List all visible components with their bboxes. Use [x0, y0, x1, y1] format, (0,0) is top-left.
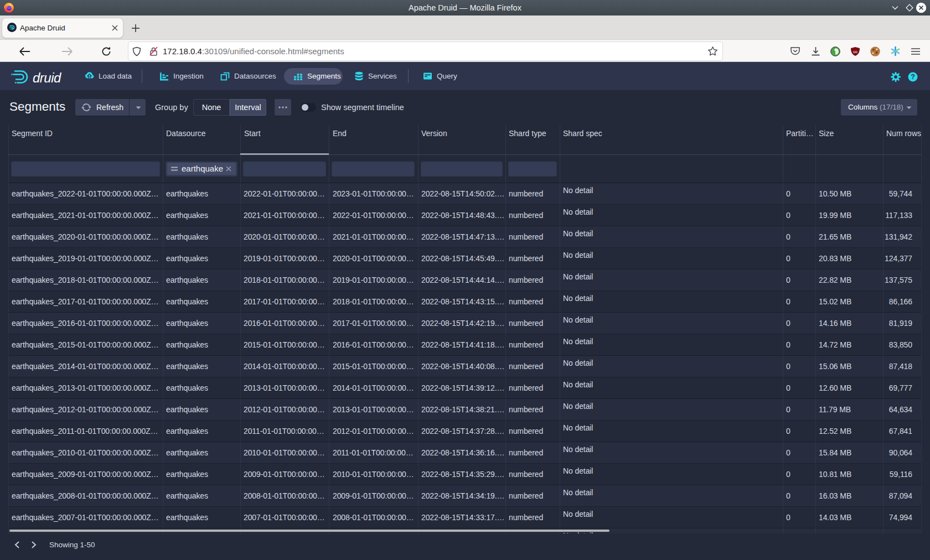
svg-text:?: ? — [911, 73, 915, 81]
svg-text:uo: uo — [853, 50, 857, 54]
